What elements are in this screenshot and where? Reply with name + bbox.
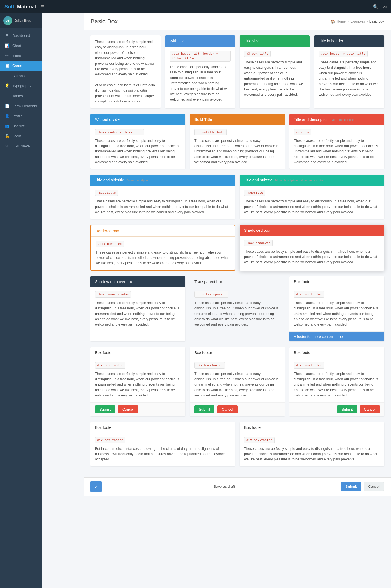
card-without-divider-text: These cases are perfectly simple and eas… [95,138,181,165]
cancel-button-1[interactable]: Cancel [118,405,138,413]
content-area: Basic Box 🏠 Home › Examples › Basic Box … [84,13,391,496]
sidebar-label-tables: Tables [12,94,23,98]
main-wrapper: SoftMaterial ☰ 🔍 ✉ Basic Box 🏠 Home › Ex… [84,0,391,588]
navbar-brand-material: Material [17,4,36,10]
breadcrumb-current: Basic Box [369,20,384,23]
sidebar-item-profile[interactable]: 👤 Profile [0,111,42,121]
card-bordered-header: Bordered box [91,225,235,237]
card-bordered-body: .box-bordered These cases are perfectly … [91,237,235,270]
card-footer-sc2: Box footer div.box-footer These cases ar… [190,347,285,416]
search-icon[interactable]: 🔍 [373,4,378,9]
card-without-divider-code: .box-header > .box-title [95,129,144,135]
bottom-bar-right: Submit Cancel [341,482,384,491]
card-box-footer-1-header: Box footer [289,276,384,287]
card-sidetitle-body: .sidetitle These cases are perfectly sim… [90,186,235,219]
card-bordered-code: .box-bordered [96,241,124,247]
card-bordered-text: These cases are perfectly simple and eas… [96,250,230,266]
card-title-header-title: Title in header [319,39,343,43]
sidebar-user[interactable]: JB Juliya Brus › [0,13,42,28]
mail-icon[interactable]: ✉ [383,4,387,9]
card-plain-body: These cases are perfectly simple and eas… [90,35,161,108]
card-row-3: Title and sidetitle More description .si… [90,175,384,219]
login-icon: 🔒 [4,134,9,138]
card-hover-shadow-title: Shadow on hover box [95,279,133,284]
sidebar-item-multilevel[interactable]: ↪ Multilevel › [0,141,42,151]
card-plain-text1: These cases are perfectly simple and eas… [95,39,156,77]
icons-icon: ✏ [4,53,9,58]
card-row-1: These cases are perfectly simple and eas… [90,35,384,108]
card-without-divider: Without divider .box-header > .box-title… [90,114,185,169]
card-sidetitle-text: These cases are perfectly simple and eas… [95,199,231,215]
sidebar-username: Juliya Brus [15,19,35,23]
card-footer-sc1: Box footer div.box-footer These cases ar… [90,347,185,416]
card-title-desc-title: Title and description [294,117,329,122]
card-sidetitle-code: .sidetitle [95,190,118,196]
sidebar-label-form: Form Elements [12,104,37,108]
bottom-cancel-button[interactable]: Cancel [364,482,384,491]
top-navbar: SoftMaterial ☰ 🔍 ✉ [0,0,391,13]
breadcrumb: 🏠 Home › Examples › Basic Box [330,19,384,24]
dashboard-icon: ⊞ [4,33,9,38]
submit-button-2[interactable]: Submit [194,405,214,413]
cancel-button-3[interactable]: Cancel [360,405,380,413]
card-shadowed-body: .box-shadowed These cases are perfectly … [240,236,384,269]
navbar-brand-soft: Soft [4,4,14,10]
card-bordered: Bordered box .box-bordered These cases a… [90,225,235,271]
save-draft-row: Save as draft [208,484,235,489]
sidebar-item-form-elements[interactable]: 📄 Form Elements [0,101,42,111]
cards-icon: ▣ [4,63,9,68]
sidebar-label-buttons: Buttons [12,74,25,78]
card-title-size-title: Title size [244,39,259,43]
card-footer-sc3-footer: Submit Cancel [289,402,384,416]
card-transparent-header: Transparent box [190,276,285,287]
card-footer-sc1-header: Box footer [90,347,185,358]
bottom-submit-button[interactable]: Submit [341,482,361,491]
profile-icon: 👤 [4,114,9,118]
cancel-button-2[interactable]: Cancel [217,405,237,413]
card-title-header-text: These cases are perfectly simple and eas… [319,60,380,98]
card-without-divider-header: Without divider [90,114,185,125]
card-footer-sc3-text: These cases are perfectly simple and eas… [294,371,380,398]
card-row-7: Box footer div.box-footer But in certain… [90,422,384,466]
sidebar-item-cards[interactable]: ▣ Cards [0,61,42,71]
sidebar-item-dashboard[interactable]: ⊞ Dashboard [0,30,42,40]
card-hover-shadow-code: .box-hover-shadow [95,291,131,298]
submit-button-1[interactable]: Submit [95,405,115,413]
bottom-bar-center: Save as draft [208,484,235,489]
card-bold-title: Bold Title .box-title-bold These cases a… [190,114,285,169]
sidebar-item-userlist[interactable]: 👥 Userlist [0,121,42,131]
sidebar-item-buttons[interactable]: ◻ Buttons [0,71,42,81]
sidebar-label-userlist: Userlist [12,124,24,128]
card-footer-long-header: Box footer [90,422,235,433]
submit-button-3[interactable]: Submit [337,405,357,413]
card-transparent-body: .box-transparent These cases are perfect… [190,287,285,331]
buttons-icon: ◻ [4,73,9,78]
card-footer-sc2-title: Box footer [194,350,212,355]
form-icon: 📄 [4,104,9,108]
sidebar-item-icons[interactable]: ✏ Icons [0,51,42,61]
card-shadowed-code: .box-shadowed [244,240,273,246]
card-sidetitle-title: Title and sidetitle [95,178,124,182]
breadcrumb-examples: Examples [350,20,365,23]
sidebar-arrow-icon: › [38,19,39,22]
card-title-size-body: h3.box-title These cases are perfectly s… [240,47,310,102]
sidebar-item-tables[interactable]: ⊞ Tables [0,91,42,101]
checkmark-button[interactable]: ✓ [90,481,102,492]
checkmark-icon: ✓ [94,484,98,490]
card-title-size-code: h3.box-title [244,51,271,57]
card-footer-sc1-title: Box footer [95,350,113,355]
sidebar-item-login[interactable]: 🔒 Login [0,131,42,141]
save-draft-checkbox[interactable] [208,485,211,488]
card-with-title-title: With title [170,39,185,43]
navbar-hamburger[interactable]: ☰ [40,4,44,9]
card-row-6: Box footer div.box-footer These cases ar… [90,347,384,416]
card-sidetitle-small: More description [127,179,149,182]
card-footer-long-body: div.box-footer But in certain circumstan… [90,433,235,466]
card-footer-sc2-text: These cases are perfectly simple and eas… [194,371,280,398]
card-bold-title-header: Bold Title [190,114,285,125]
sidebar-item-chart[interactable]: 📊 Chart [0,40,42,51]
sidebar-label-dashboard: Dashboard [12,34,30,38]
card-box-footer-1-footer-text: A footer for more content inside [294,334,344,339]
card-footer-draft-header: Box footer [240,422,384,433]
sidebar-item-typography[interactable]: 💡 Typography [0,81,42,91]
